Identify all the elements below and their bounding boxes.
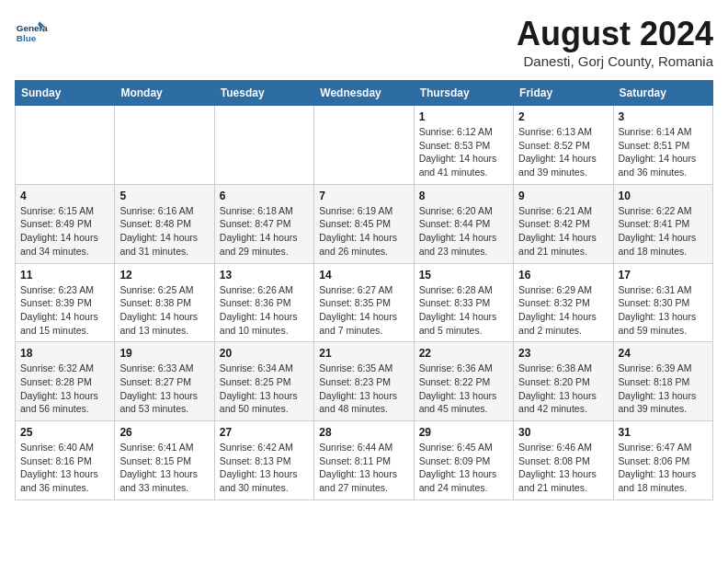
- day-cell: 13Sunrise: 6:26 AM Sunset: 8:36 PM Dayli…: [214, 263, 313, 342]
- day-cell: 30Sunrise: 6:46 AM Sunset: 8:08 PM Dayli…: [514, 421, 613, 500]
- day-number: 15: [419, 269, 508, 282]
- day-number: 18: [20, 347, 109, 360]
- day-cell: [214, 106, 313, 185]
- subtitle: Danesti, Gorj County, Romania: [517, 53, 713, 69]
- day-cell: 2Sunrise: 6:13 AM Sunset: 8:52 PM Daylig…: [514, 106, 613, 185]
- day-number: 28: [319, 426, 408, 439]
- day-info: Sunrise: 6:14 AM Sunset: 8:51 PM Dayligh…: [619, 125, 708, 179]
- day-number: 11: [20, 269, 109, 282]
- week-row-2: 4Sunrise: 6:15 AM Sunset: 8:49 PM Daylig…: [16, 184, 713, 263]
- day-info: Sunrise: 6:26 AM Sunset: 8:36 PM Dayligh…: [220, 283, 309, 338]
- day-info: Sunrise: 6:40 AM Sunset: 8:16 PM Dayligh…: [20, 441, 109, 495]
- day-number: 10: [619, 190, 708, 202]
- day-number: 12: [119, 269, 209, 282]
- day-info: Sunrise: 6:28 AM Sunset: 8:33 PM Dayligh…: [419, 283, 508, 338]
- header-cell-monday: Monday: [115, 81, 214, 106]
- day-number: 30: [518, 426, 608, 439]
- day-cell: 1Sunrise: 6:12 AM Sunset: 8:53 PM Daylig…: [414, 106, 513, 185]
- day-number: 6: [220, 190, 309, 202]
- day-info: Sunrise: 6:42 AM Sunset: 8:13 PM Dayligh…: [220, 441, 309, 495]
- day-info: Sunrise: 6:47 AM Sunset: 8:06 PM Dayligh…: [619, 441, 708, 495]
- day-info: Sunrise: 6:18 AM Sunset: 8:47 PM Dayligh…: [220, 204, 309, 259]
- svg-text:General: General: [17, 23, 48, 33]
- day-number: 1: [419, 110, 508, 123]
- day-number: 26: [119, 426, 209, 439]
- day-info: Sunrise: 6:46 AM Sunset: 8:08 PM Dayligh…: [518, 441, 608, 495]
- day-info: Sunrise: 6:32 AM Sunset: 8:28 PM Dayligh…: [20, 362, 109, 416]
- header-cell-wednesday: Wednesday: [314, 81, 414, 106]
- day-cell: 12Sunrise: 6:25 AM Sunset: 8:38 PM Dayli…: [115, 263, 214, 342]
- day-number: 27: [220, 426, 309, 439]
- day-cell: 5Sunrise: 6:16 AM Sunset: 8:48 PM Daylig…: [115, 184, 214, 263]
- main-title: August 2024: [517, 15, 713, 53]
- logo: General Blue: [15, 15, 48, 48]
- day-info: Sunrise: 6:16 AM Sunset: 8:48 PM Dayligh…: [119, 204, 209, 259]
- day-info: Sunrise: 6:23 AM Sunset: 8:39 PM Dayligh…: [20, 283, 109, 338]
- day-cell: 31Sunrise: 6:47 AM Sunset: 8:06 PM Dayli…: [613, 421, 712, 500]
- day-number: 5: [119, 190, 209, 202]
- day-info: Sunrise: 6:12 AM Sunset: 8:53 PM Dayligh…: [419, 125, 508, 179]
- day-number: 29: [419, 426, 508, 439]
- header-cell-tuesday: Tuesday: [214, 81, 313, 106]
- day-cell: 7Sunrise: 6:19 AM Sunset: 8:45 PM Daylig…: [314, 184, 414, 263]
- day-cell: 24Sunrise: 6:39 AM Sunset: 8:18 PM Dayli…: [613, 342, 712, 421]
- day-cell: 25Sunrise: 6:40 AM Sunset: 8:16 PM Dayli…: [16, 421, 115, 500]
- day-info: Sunrise: 6:22 AM Sunset: 8:41 PM Dayligh…: [619, 204, 708, 259]
- day-number: 25: [20, 426, 109, 439]
- day-info: Sunrise: 6:13 AM Sunset: 8:52 PM Dayligh…: [518, 125, 608, 179]
- day-number: 23: [518, 347, 608, 360]
- day-cell: 28Sunrise: 6:44 AM Sunset: 8:11 PM Dayli…: [314, 421, 414, 500]
- day-number: 3: [619, 110, 708, 123]
- day-number: 21: [319, 347, 408, 360]
- day-cell: 20Sunrise: 6:34 AM Sunset: 8:25 PM Dayli…: [214, 342, 313, 421]
- day-cell: 11Sunrise: 6:23 AM Sunset: 8:39 PM Dayli…: [16, 263, 115, 342]
- day-number: 22: [419, 347, 508, 360]
- day-info: Sunrise: 6:33 AM Sunset: 8:27 PM Dayligh…: [119, 362, 209, 416]
- header-cell-saturday: Saturday: [613, 81, 712, 106]
- day-number: 17: [619, 269, 708, 282]
- day-info: Sunrise: 6:45 AM Sunset: 8:09 PM Dayligh…: [419, 441, 508, 495]
- day-cell: 26Sunrise: 6:41 AM Sunset: 8:15 PM Dayli…: [115, 421, 214, 500]
- day-number: 16: [518, 269, 608, 282]
- day-cell: 21Sunrise: 6:35 AM Sunset: 8:23 PM Dayli…: [314, 342, 414, 421]
- day-info: Sunrise: 6:41 AM Sunset: 8:15 PM Dayligh…: [119, 441, 209, 495]
- header-row: SundayMondayTuesdayWednesdayThursdayFrid…: [16, 81, 713, 106]
- day-cell: 14Sunrise: 6:27 AM Sunset: 8:35 PM Dayli…: [314, 263, 414, 342]
- day-info: Sunrise: 6:35 AM Sunset: 8:23 PM Dayligh…: [319, 362, 408, 416]
- svg-text:Blue: Blue: [17, 33, 37, 43]
- day-info: Sunrise: 6:20 AM Sunset: 8:44 PM Dayligh…: [419, 204, 508, 259]
- day-number: 4: [20, 190, 109, 202]
- day-cell: 19Sunrise: 6:33 AM Sunset: 8:27 PM Dayli…: [115, 342, 214, 421]
- day-number: 8: [419, 190, 508, 202]
- header-cell-friday: Friday: [514, 81, 613, 106]
- day-cell: 16Sunrise: 6:29 AM Sunset: 8:32 PM Dayli…: [514, 263, 613, 342]
- day-cell: 15Sunrise: 6:28 AM Sunset: 8:33 PM Dayli…: [414, 263, 513, 342]
- day-cell: 8Sunrise: 6:20 AM Sunset: 8:44 PM Daylig…: [414, 184, 513, 263]
- day-cell: 4Sunrise: 6:15 AM Sunset: 8:49 PM Daylig…: [16, 184, 115, 263]
- day-cell: 10Sunrise: 6:22 AM Sunset: 8:41 PM Dayli…: [613, 184, 712, 263]
- day-info: Sunrise: 6:34 AM Sunset: 8:25 PM Dayligh…: [220, 362, 309, 416]
- day-number: 7: [319, 190, 408, 202]
- day-cell: 22Sunrise: 6:36 AM Sunset: 8:22 PM Dayli…: [414, 342, 513, 421]
- day-cell: 3Sunrise: 6:14 AM Sunset: 8:51 PM Daylig…: [613, 106, 712, 185]
- day-number: 13: [220, 269, 309, 282]
- day-cell: 17Sunrise: 6:31 AM Sunset: 8:30 PM Dayli…: [613, 263, 712, 342]
- week-row-3: 11Sunrise: 6:23 AM Sunset: 8:39 PM Dayli…: [16, 263, 713, 342]
- calendar-table: SundayMondayTuesdayWednesdayThursdayFrid…: [15, 80, 713, 500]
- day-info: Sunrise: 6:36 AM Sunset: 8:22 PM Dayligh…: [419, 362, 508, 416]
- day-cell: 29Sunrise: 6:45 AM Sunset: 8:09 PM Dayli…: [414, 421, 513, 500]
- header-cell-sunday: Sunday: [16, 81, 115, 106]
- day-number: 14: [319, 269, 408, 282]
- logo-icon: General Blue: [15, 15, 48, 48]
- day-cell: 9Sunrise: 6:21 AM Sunset: 8:42 PM Daylig…: [514, 184, 613, 263]
- day-cell: 23Sunrise: 6:38 AM Sunset: 8:20 PM Dayli…: [514, 342, 613, 421]
- day-number: 9: [518, 190, 608, 202]
- day-info: Sunrise: 6:39 AM Sunset: 8:18 PM Dayligh…: [619, 362, 708, 416]
- day-info: Sunrise: 6:27 AM Sunset: 8:35 PM Dayligh…: [319, 283, 408, 338]
- day-cell: 27Sunrise: 6:42 AM Sunset: 8:13 PM Dayli…: [214, 421, 313, 500]
- day-number: 19: [119, 347, 209, 360]
- day-number: 20: [220, 347, 309, 360]
- day-info: Sunrise: 6:19 AM Sunset: 8:45 PM Dayligh…: [319, 204, 408, 259]
- day-info: Sunrise: 6:31 AM Sunset: 8:30 PM Dayligh…: [619, 283, 708, 338]
- day-info: Sunrise: 6:15 AM Sunset: 8:49 PM Dayligh…: [20, 204, 109, 259]
